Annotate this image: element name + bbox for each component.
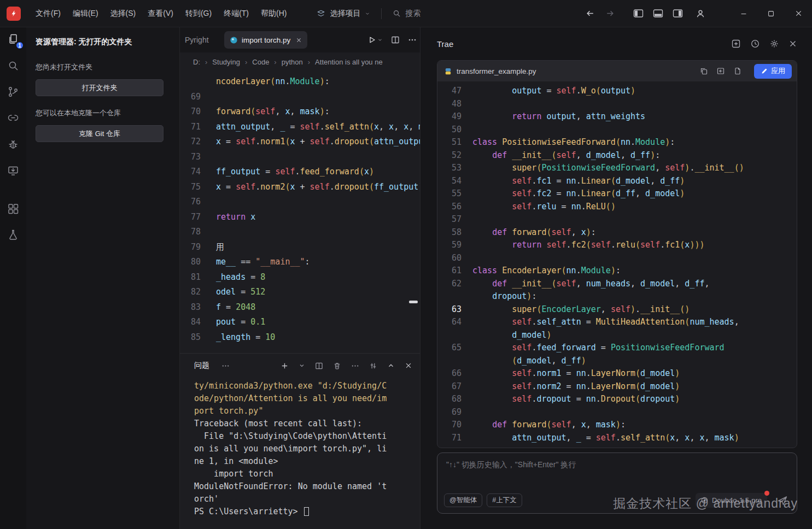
new-file-icon[interactable]	[733, 67, 742, 75]
new-chat-icon[interactable]	[731, 39, 741, 49]
tab-import-torch[interactable]: import torch.py	[224, 31, 307, 49]
trash-icon[interactable]	[333, 362, 341, 370]
open-folder-button[interactable]: 打开文件夹	[36, 79, 163, 96]
toggle-left-sidebar-icon[interactable]	[628, 4, 648, 23]
panel-tabs-more-icon[interactable]	[221, 362, 230, 370]
code-line: 53 super(PositionwiseFeedForward, self).…	[443, 162, 797, 175]
partial-tab[interactable]: Pyright	[185, 36, 219, 44]
breadcrumb-item[interactable]: Attention is all you ne	[315, 58, 383, 66]
breadcrumb-item[interactable]: python	[282, 58, 303, 66]
line-number: 70	[443, 419, 462, 432]
clone-repo-button[interactable]: 克隆 Git 仓库	[36, 125, 163, 142]
maximize-button[interactable]	[757, 0, 785, 27]
menu-item[interactable]: 转到(G)	[179, 9, 218, 19]
menu-item[interactable]: 文件(F)	[30, 9, 67, 19]
code-line: d_model)	[443, 329, 797, 342]
maximize-panel-icon[interactable]	[387, 362, 395, 369]
toggle-right-sidebar-icon[interactable]	[668, 4, 687, 23]
code-line: 69	[443, 406, 797, 419]
remote-explorer-icon[interactable]	[7, 164, 20, 177]
code-line: 56 self.relu = nn.ReLU()	[443, 201, 797, 214]
code-line: ncoderLayer(nn.Module):	[180, 74, 420, 90]
editor-tab-bar: Pyright import torch.py	[180, 27, 420, 52]
history-icon[interactable]	[750, 39, 760, 49]
code-line: 48	[443, 98, 797, 111]
terminal-line: ty/miniconda3/python.exe "d:/Studying/C	[194, 380, 420, 392]
ai-chat-panel: Trae transformer_example.py 应用	[420, 27, 812, 529]
context-chip[interactable]: #上下文	[487, 493, 522, 507]
close-panel-icon[interactable]	[405, 362, 412, 369]
breadcrumb-item[interactable]: D:	[193, 58, 200, 66]
code-line: 64 self.self_attn = MultiHeadAttention(n…	[443, 316, 797, 329]
suggested-code[interactable]: 47 output = self.W_o(output)4849 return …	[437, 81, 797, 448]
code-line: 70forward(self, x, mask):	[180, 104, 420, 120]
apply-button[interactable]: 应用	[754, 64, 792, 79]
close-chat-icon[interactable]	[788, 39, 797, 48]
test-flask-icon[interactable]	[7, 228, 20, 242]
global-search[interactable]: 搜索	[393, 9, 420, 19]
source-control-icon[interactable]	[7, 85, 20, 98]
project-selector[interactable]: 选择项目	[317, 9, 370, 19]
account-icon[interactable]	[691, 4, 710, 23]
link-icon[interactable]	[7, 111, 20, 125]
terminal-line: Traceback (most recent call last):	[194, 418, 420, 430]
code-line: 61class EncoderLayer(nn.Module):	[443, 264, 797, 278]
debug-icon[interactable]	[7, 138, 20, 151]
filter-icon[interactable]	[369, 362, 377, 370]
extensions-grid-icon[interactable]	[7, 202, 20, 215]
chat-input-placeholder: "↑↓" 切换历史输入，"Shift+Enter" 换行	[446, 460, 788, 470]
back-button[interactable]	[580, 4, 600, 23]
menu-item[interactable]: 帮助(H)	[255, 9, 293, 19]
menu-item[interactable]: 编辑(E)	[67, 9, 104, 19]
run-dropdown-icon[interactable]	[377, 37, 383, 43]
code-line: 49 return output, attn_weights	[443, 110, 797, 124]
search-sidebar-icon[interactable]	[7, 59, 20, 72]
breadcrumb-item[interactable]: Code	[252, 58, 269, 66]
split-panel-icon[interactable]	[315, 362, 323, 370]
code-card-filename: transformer_example.py	[457, 67, 536, 75]
code-line: 55 self.fc2 = nn.Linear(d_ff, d_model)	[443, 187, 797, 201]
no-folder-text: 您尚未打开文件夹	[36, 62, 172, 72]
panel-more-icon[interactable]	[351, 362, 359, 370]
code-line: 85_length = 10	[180, 330, 420, 345]
app-logo-icon[interactable]	[7, 7, 21, 21]
editor-scrollbar-thumb[interactable]	[409, 301, 418, 303]
close-window-button[interactable]	[785, 0, 812, 27]
breadcrumb-separator: ›	[308, 58, 310, 66]
new-terminal-icon[interactable]	[281, 362, 289, 370]
agent-chip[interactable]: @智能体	[444, 493, 482, 507]
code-line: 69	[180, 90, 420, 105]
menu-item[interactable]: 查看(V)	[142, 9, 179, 19]
line-number: 59	[443, 239, 462, 252]
breadcrumb-item[interactable]: Studying	[212, 58, 240, 66]
insert-code-icon[interactable]	[716, 67, 725, 75]
tab-close-icon[interactable]	[296, 37, 302, 43]
editor-more-icon[interactable]	[408, 36, 417, 44]
code-line: 79用	[180, 240, 420, 255]
code-line: 60	[443, 252, 797, 265]
python-file-icon	[230, 36, 238, 44]
titlebar: 文件(F)编辑(E)选择(S)查看(V)转到(G)终端(T)帮助(H) 选择项目…	[0, 0, 812, 27]
code-editor[interactable]: ncoderLayer(nn.Module):6970forward(self,…	[180, 71, 420, 353]
line-number	[443, 329, 462, 342]
settings-gear-icon[interactable]	[769, 39, 779, 49]
minimize-button[interactable]	[730, 0, 757, 27]
toggle-bottom-panel-icon[interactable]	[648, 4, 668, 23]
run-button[interactable]	[367, 36, 383, 44]
terminal-line: ModuleNotFoundError: No module named 't	[194, 480, 420, 493]
split-editor-icon[interactable]	[391, 36, 400, 44]
explorer-icon[interactable]: 1	[7, 33, 20, 46]
terminal-dropdown-icon[interactable]	[299, 362, 305, 369]
problems-tab[interactable]: 问题	[194, 361, 209, 371]
terminal-output[interactable]: ty/miniconda3/python.exe "d:/Studying/Co…	[180, 378, 420, 529]
line-number: 53	[443, 162, 462, 175]
terminal-line: orch'	[194, 493, 420, 506]
line-number: 47	[443, 85, 462, 98]
copy-icon[interactable]	[699, 67, 708, 75]
line-number: 60	[443, 252, 462, 265]
line-number: 48	[443, 98, 462, 111]
forward-button[interactable]	[600, 4, 620, 23]
menu-item[interactable]: 终端(T)	[218, 9, 255, 19]
code-line: 74ff_output = self.feed_forward(x)	[180, 164, 420, 180]
menu-item[interactable]: 选择(S)	[104, 9, 142, 19]
